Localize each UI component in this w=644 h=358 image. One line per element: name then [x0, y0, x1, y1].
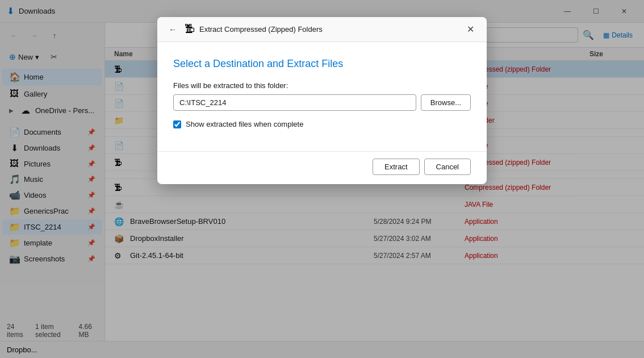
modal-title-icon: 🗜 — [185, 23, 195, 35]
modal-close-button[interactable]: ✕ — [462, 23, 479, 36]
extract-dialog: ← 🗜 Extract Compressed (Zipped) Folders … — [157, 17, 487, 184]
modal-heading: Select a Destination and Extract Files — [173, 58, 471, 70]
modal-checkbox-row: Show extracted files when complete — [173, 120, 471, 128]
modal-browse-button[interactable]: Browse... — [421, 94, 471, 111]
modal-titlebar: ← 🗜 Extract Compressed (Zipped) Folders … — [157, 17, 487, 42]
modal-footer: Extract Cancel — [157, 151, 487, 184]
modal-extract-button[interactable]: Extract — [373, 159, 419, 175]
modal-back-button[interactable]: ← — [165, 24, 180, 35]
modal-show-files-checkbox[interactable] — [173, 120, 181, 128]
modal-checkbox-label: Show extracted files when complete — [186, 120, 303, 128]
modal-overlay: ← 🗜 Extract Compressed (Zipped) Folders … — [0, 0, 644, 358]
modal-path-row: Browse... — [173, 94, 471, 111]
modal-path-input[interactable] — [173, 94, 416, 111]
modal-title-text: Extract Compressed (Zipped) Folders — [199, 25, 323, 34]
modal-folder-label: Files will be extracted to this folder: — [173, 81, 471, 90]
modal-body: Select a Destination and Extract Files F… — [157, 42, 487, 140]
modal-cancel-button[interactable]: Cancel — [424, 159, 471, 175]
